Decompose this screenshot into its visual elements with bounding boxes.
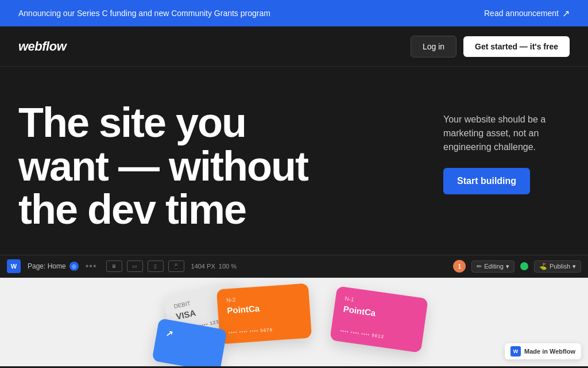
status-dot-icon [520,262,528,270]
publish-label: Publish [550,263,570,270]
read-announcement-label: Read announcement [484,9,559,18]
hero-right: Your website should be a marketing asset… [443,101,570,194]
nav-buttons: Log in Get started — it's free [411,36,570,57]
logo: webflow [18,39,66,54]
hero-subtitle: Your website should be a marketing asset… [443,113,570,154]
pencil-icon: ✏ [477,263,482,270]
app-page-selector[interactable]: Page: Home ◎ [28,262,79,271]
editing-label: Editing [484,263,504,270]
announcement-bar: Announcing our Series C funding and new … [0,0,588,26]
more-options-icon[interactable]: ••• [86,261,97,271]
webflow-badge-label: Made in Webflow [524,348,575,355]
card-pink-number: •••• •••• •••• 9012 [340,328,413,344]
mobile-icon[interactable]: 📱 [168,260,184,272]
device-icons: 🖥 ▭ ▯ 📱 [106,260,184,272]
user-avatar: 1 [453,260,466,273]
card-orange-number: •••• •••• •••• 5678 [229,325,302,335]
app-preview-right: 1 ✏ Editing ▾ ⛳ Publish ▾ [453,260,581,273]
card-orange-name: PointCa [227,300,301,315]
hero-left: The site you want — without the dev time [18,101,308,232]
desktop-icon[interactable]: 🖥 [106,260,122,272]
app-preview-bar: W Page: Home ◎ ••• 🖥 ▭ ▯ 📱 1404 PX 100 %… [0,255,588,278]
hero-section: The site you want — without the dev time… [0,67,588,255]
announcement-text: Announcing our Series C funding and new … [18,9,484,18]
hero-title-line3: the dev time [18,186,246,232]
editing-chevron-icon: ▾ [506,263,509,270]
hero-title-line2: want — without [18,143,308,189]
tablet-icon[interactable]: ▭ [127,260,143,272]
page-indicator-icon: ◎ [69,262,79,271]
publish-button[interactable]: ⛳ Publish ▾ [534,260,581,273]
get-started-button[interactable]: Get started — it's free [463,36,570,57]
hero-title-line1: The site you [18,99,246,145]
app-page-label: Page: Home [28,262,66,270]
hero-title: The site you want — without the dev time [18,101,308,232]
app-logo-icon: W [7,259,21,273]
card-point-orange: N-2 PointCa •••• •••• •••• 5678 [216,283,312,344]
read-announcement-button[interactable]: Read announcement ↗ [484,8,570,19]
login-button[interactable]: Log in [411,36,457,57]
made-in-webflow-badge[interactable]: W Made in Webflow [505,343,581,359]
announcement-arrow-icon: ↗ [562,8,570,19]
editing-button[interactable]: ✏ Editing ▾ [471,260,514,273]
tablet-portrait-icon[interactable]: ▯ [148,260,164,272]
card-point-pink: N-1 PointCa •••• •••• •••• 9012 [330,286,428,352]
webflow-badge-icon: W [510,346,521,356]
header: webflow Log in Get started — it's free [0,26,588,67]
px-display: 1404 PX 100 % [191,263,237,270]
publish-chevron-icon: ▾ [572,263,576,270]
app-canvas: DEBIT VISA •••• •••• •••• 1234 N-2 Point… [0,278,588,366]
publish-person-icon: ⛳ [539,263,547,270]
card-blue-name: ↗ [165,327,217,346]
start-building-button[interactable]: Start building [443,168,530,194]
